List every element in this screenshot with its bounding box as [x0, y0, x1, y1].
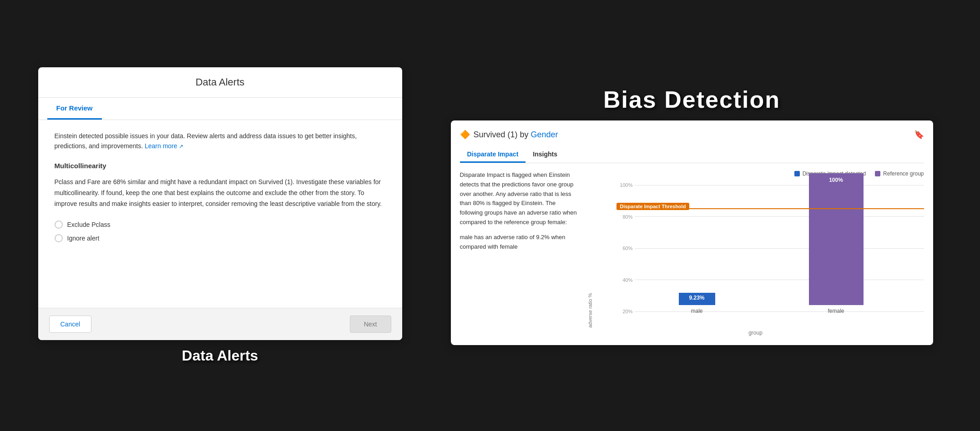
chart-area: Disparate impact detected Reference grou… — [587, 170, 924, 336]
bar-group-male: 9.23% male — [679, 293, 715, 314]
legend-reference-group: Reference group — [875, 170, 924, 177]
bias-desc-para2: male has an adverse ratio of 9.2% when c… — [460, 233, 578, 252]
bar-female-label: 100% — [829, 177, 843, 183]
panel-title: Data Alerts — [47, 76, 393, 88]
bar-male-label: 9.23% — [689, 295, 704, 301]
legend-dot-blue — [794, 171, 800, 176]
intro-text: Einstein detected possible issues in you… — [55, 131, 386, 151]
section-title: Multicollinearity — [55, 162, 386, 170]
bias-content: Disparate Impact is flagged when Einstei… — [460, 170, 924, 336]
cancel-button[interactable]: Cancel — [49, 316, 92, 333]
threshold-line: Disparate Impact Threshold — [616, 208, 924, 209]
panel-body: Einstein detected possible issues in you… — [38, 120, 402, 308]
bias-tabs: Disparate Impact Insights — [460, 147, 924, 163]
bias-card-title: Survived (1) by Gender — [474, 130, 558, 140]
threshold-label: Disparate Impact Threshold — [616, 203, 690, 210]
radio-exclude-pclass[interactable]: Exclude Pclass — [55, 221, 386, 229]
right-section: Bias Detection 🔶 Survived (1) by Gender … — [442, 86, 942, 345]
data-alerts-label: Data Alerts — [182, 347, 258, 364]
bias-card: 🔶 Survived (1) by Gender 🔖 Disparate Imp… — [451, 120, 933, 345]
radio-group: Exclude Pclass Ignore alert — [55, 221, 386, 242]
radio-circle-1 — [55, 221, 63, 229]
radio-ignore-alert[interactable]: Ignore alert — [55, 234, 386, 242]
bar-male: 9.23% — [679, 293, 715, 305]
tab-for-review[interactable]: For Review — [47, 98, 102, 120]
panel-footer: Cancel Next — [38, 308, 402, 340]
panel-header: Data Alerts — [38, 67, 402, 98]
tab-disparate-impact[interactable]: Disparate Impact — [460, 147, 526, 163]
learn-more-link[interactable]: Learn more ↗ — [145, 142, 183, 150]
x-axis-label: group — [587, 330, 924, 336]
legend-dot-purple — [875, 171, 880, 176]
radio-circle-2 — [55, 234, 63, 242]
bias-desc-para1: Disparate Impact is flagged when Einstei… — [460, 170, 578, 227]
fire-icon: 🔶 — [460, 130, 470, 140]
tabs-container: For Review — [38, 98, 402, 120]
data-alerts-panel: Data Alerts For Review Einstein detected… — [38, 67, 402, 340]
bias-description: Disparate Impact is flagged when Einstei… — [460, 170, 578, 336]
y-axis-label: adverse ratio % — [587, 182, 593, 328]
bias-detection-title: Bias Detection — [603, 86, 780, 113]
external-link-icon: ↗ — [179, 143, 183, 150]
bar-male-xlabel: male — [691, 308, 702, 314]
section-body: Pclass and Fare are 68% similar and migh… — [55, 177, 386, 209]
chart-legend: Disparate impact detected Reference grou… — [587, 170, 924, 177]
bar-group-female: 100% female — [809, 173, 864, 314]
bar-female: 100% — [809, 173, 864, 305]
bias-card-header: 🔶 Survived (1) by Gender 🔖 — [460, 130, 924, 140]
tab-insights[interactable]: Insights — [525, 147, 565, 163]
next-button[interactable]: Next — [350, 316, 391, 333]
bar-female-xlabel: female — [828, 308, 844, 314]
bookmark-icon[interactable]: 🔖 — [914, 130, 924, 140]
